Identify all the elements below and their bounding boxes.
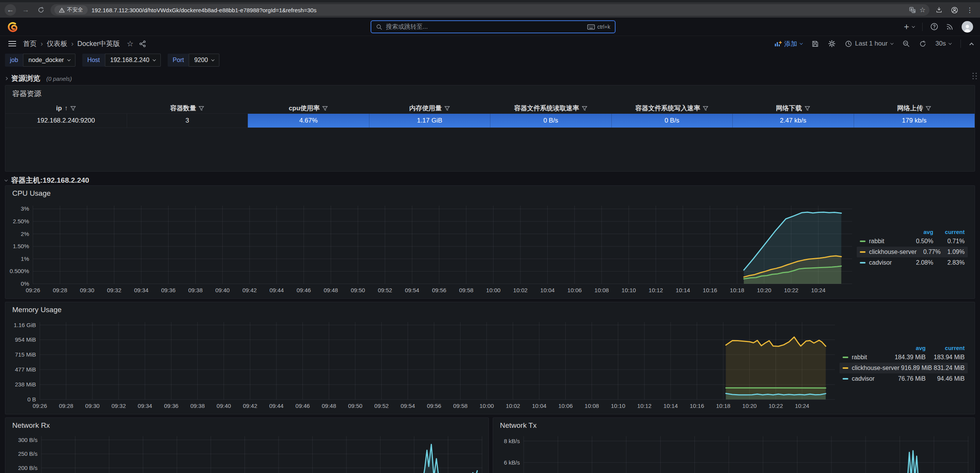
filter-icon[interactable] — [70, 106, 76, 111]
browser-profile-button[interactable] — [949, 4, 960, 16]
variable-host-label[interactable]: Host — [82, 54, 105, 67]
zoom-out-icon[interactable] — [902, 40, 910, 47]
row-drag-handle-icon[interactable] — [972, 72, 978, 80]
row-host-header[interactable]: 容器主机:192.168.2.240 — [5, 175, 89, 185]
variable-port-label[interactable]: Port — [168, 54, 189, 67]
search-input[interactable]: 搜索或跳转至... ctrl+k — [371, 20, 616, 33]
series-swatch — [843, 357, 848, 358]
browser-menu-button[interactable]: ⋮ — [964, 4, 975, 16]
profile-icon — [951, 7, 958, 14]
dashboard-settings-icon[interactable] — [828, 40, 836, 47]
warning-triangle-icon — [59, 7, 65, 13]
svg-text:09:50: 09:50 — [351, 287, 365, 293]
chevron-down-icon — [949, 41, 952, 44]
container-resources-table: ip ↑ 容器数量 cpu使用率 内存使用量 容器文件系统读取速率 容器文 — [5, 103, 975, 128]
filter-icon[interactable] — [322, 106, 328, 111]
panel-title-network-tx[interactable]: Network Tx — [493, 418, 975, 430]
legend-series-name[interactable]: rabbit — [852, 354, 887, 361]
reload-button[interactable] — [35, 4, 47, 16]
legend-series-name[interactable]: cadvisor — [869, 259, 902, 266]
help-icon[interactable] — [930, 23, 938, 31]
download-button[interactable] — [933, 4, 945, 16]
svg-text:10:20: 10:20 — [757, 287, 771, 293]
news-rss-icon[interactable] — [946, 23, 954, 31]
svg-text:300 B/s: 300 B/s — [18, 437, 38, 443]
table-header-fs-read[interactable]: 容器文件系统读取速率 — [490, 103, 611, 113]
legend-series-name[interactable]: clickhouse-server — [869, 249, 916, 255]
svg-text:09:34: 09:34 — [134, 287, 149, 293]
variable-port-picker[interactable]: 9200 — [189, 54, 219, 67]
security-chip[interactable]: 不安全 — [54, 5, 88, 15]
filter-icon[interactable] — [926, 106, 931, 111]
variable-host-picker[interactable]: 192.168.2.240 — [105, 54, 161, 67]
breadcrumb-dashboards[interactable]: 仪表板 — [47, 39, 67, 48]
refresh-icon[interactable] — [919, 40, 926, 47]
reload-icon — [38, 7, 44, 13]
time-range-picker[interactable]: Last 1 hour — [845, 40, 893, 47]
svg-text:09:32: 09:32 — [111, 403, 126, 409]
collapse-toolbar-button[interactable] — [969, 43, 973, 47]
user-avatar[interactable] — [962, 21, 973, 33]
add-panel-icon — [774, 40, 782, 47]
filter-icon[interactable] — [582, 106, 587, 111]
url-text[interactable]: 192.168.7.112:3000/d/htoVWdxGk/dockere4b… — [91, 7, 905, 13]
refresh-interval-picker[interactable]: 30s — [936, 40, 951, 47]
legend-series-name[interactable]: clickhouse-server — [852, 365, 899, 372]
svg-text:1%: 1% — [21, 255, 29, 262]
table-header-container-count[interactable]: 容器数量 — [127, 103, 248, 113]
address-bar[interactable]: 不安全 192.168.7.112:3000/d/htoVWdxGk/docke… — [51, 4, 929, 16]
filter-icon[interactable] — [199, 106, 204, 111]
cell-fs-write: 0 B/s — [611, 114, 733, 128]
panel-title-cpu[interactable]: CPU Usage — [5, 186, 975, 198]
divider — [922, 23, 923, 31]
variable-job-picker[interactable]: node_docker — [23, 54, 75, 67]
svg-text:10:10: 10:10 — [622, 287, 636, 293]
table-header-fs-write[interactable]: 容器文件系统写入速率 — [611, 103, 733, 113]
save-dashboard-icon[interactable] — [812, 40, 819, 47]
table-header-cpu[interactable]: cpu使用率 — [248, 103, 369, 113]
favorite-star-button[interactable]: ☆ — [127, 39, 134, 48]
svg-text:09:48: 09:48 — [323, 287, 338, 293]
table-header-memory[interactable]: 内存使用量 — [369, 103, 490, 113]
svg-text:09:42: 09:42 — [243, 403, 258, 409]
back-button[interactable]: ← — [5, 4, 16, 16]
legend-series-name[interactable]: cadvisor — [852, 375, 887, 382]
filter-icon[interactable] — [444, 106, 450, 111]
row-host-title: 容器主机:192.168.2.240 — [11, 175, 89, 185]
table-header-net-up[interactable]: 网络上传 — [854, 103, 975, 113]
filter-icon[interactable] — [805, 106, 810, 111]
dashboard-toolbar: 首页 › 仪表板 › Docker中英版 ☆ 添加 — [0, 36, 980, 51]
forward-button[interactable]: → — [20, 4, 31, 16]
filter-icon[interactable] — [703, 106, 708, 111]
translate-button[interactable] — [909, 7, 916, 13]
panel-network-rx: Network Rx 300 B/s250 B/s200 B/s — [5, 417, 489, 473]
svg-text:09:34: 09:34 — [138, 403, 152, 409]
svg-text:2.50%: 2.50% — [13, 218, 29, 224]
svg-text:10:20: 10:20 — [742, 403, 757, 409]
legend-series-name[interactable]: rabbit — [869, 238, 902, 245]
share-icon[interactable] — [139, 40, 146, 47]
svg-text:238 MiB: 238 MiB — [15, 381, 36, 388]
table-header-net-down[interactable]: 网络下载 — [732, 103, 854, 113]
svg-text:477 MiB: 477 MiB — [15, 366, 36, 373]
new-button[interactable]: + — [904, 23, 915, 31]
svg-text:10:10: 10:10 — [611, 403, 626, 409]
variable-port: Port 9200 — [168, 54, 219, 67]
svg-text:10:18: 10:18 — [716, 403, 730, 409]
svg-text:10:06: 10:06 — [558, 403, 573, 409]
cell-cpu: 4.67% — [248, 114, 369, 128]
series-swatch — [843, 367, 848, 369]
panel-title-container-resources[interactable]: 容器资源 — [5, 85, 975, 99]
table-header-ip[interactable]: ip ↑ — [5, 103, 127, 113]
row-resources-header[interactable]: 资源浏览 (0 panels) — [5, 74, 72, 83]
breadcrumb-home[interactable]: 首页 — [23, 39, 37, 48]
add-panel-button[interactable]: 添加 — [774, 39, 802, 48]
mega-menu-toggle[interactable] — [8, 43, 16, 44]
bookmark-star-button[interactable]: ☆ — [920, 6, 926, 14]
grafana-logo[interactable] — [7, 21, 18, 33]
variable-job-label[interactable]: job — [5, 54, 23, 67]
svg-text:10:06: 10:06 — [567, 287, 582, 293]
panel-title-memory[interactable]: Memory Usage — [5, 302, 975, 314]
series-swatch — [860, 262, 866, 264]
panel-title-network-rx[interactable]: Network Rx — [5, 418, 488, 430]
